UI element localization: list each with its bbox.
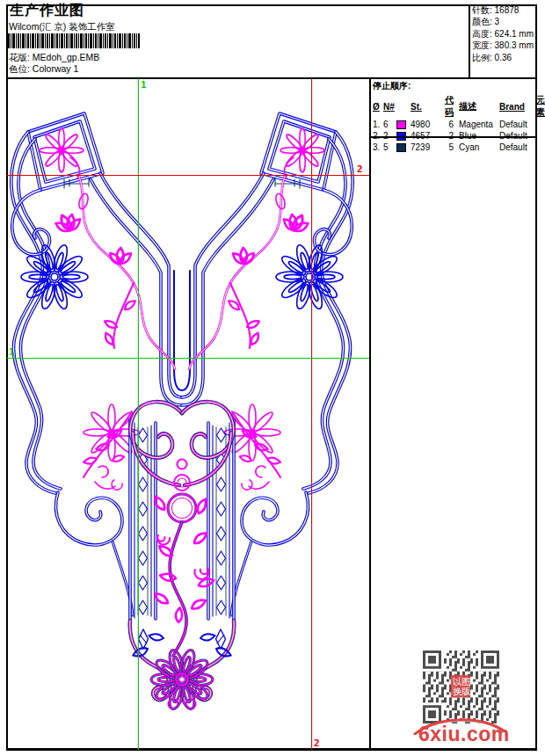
col-number: N# [383, 102, 396, 112]
scale-value: 0.36 [495, 53, 512, 62]
height-value: 624.1 mm [495, 29, 534, 39]
height-label: 高度: [472, 29, 492, 39]
col-needle-symbol: Ø [373, 102, 383, 112]
guide-label-2-bottom: 2 [314, 738, 320, 749]
barcode [8, 33, 140, 48]
table-bottom-line [369, 136, 537, 138]
col-description: 描述 [459, 100, 499, 113]
col-stitches: St. [411, 102, 441, 112]
site-logo: 6xiu.com [418, 723, 510, 746]
page-title: 生产作业图 [10, 2, 84, 20]
studio-name: Wilcom(汇 京) 装饰工作室 [9, 21, 115, 33]
green-guide-vertical [138, 78, 139, 750]
width-value: 380.3 mm [495, 40, 534, 50]
seal-text-bottom: 换版 [453, 687, 470, 696]
colors-value: 3 [495, 17, 500, 26]
colorway-value: Colorway 1 [33, 63, 79, 74]
red-guide-vertical [311, 78, 312, 750]
stop-sequence-table: 停止顺序: Ø N# St. 代码 描述 Brand 元素 1. 6 4980 … [373, 80, 538, 153]
green-guide-horizontal [7, 358, 369, 359]
seal-text-top: 以图 [453, 677, 470, 687]
guide-label-1-left: 1 [9, 346, 15, 358]
color-swatch [396, 143, 406, 152]
color-swatch [396, 120, 406, 129]
design-stats: 针数: 16878 颜色: 3 高度: 624.1 mm 宽度: 380.3 m… [472, 4, 537, 63]
table-row: 3. 5 7239 5 Cyan Default [373, 142, 538, 153]
col-brand: Brand [499, 102, 536, 112]
pattern-value: MEdoh_gp.EMB [33, 52, 99, 62]
scale-label: 比例: [472, 53, 492, 62]
width-label: 宽度: [472, 40, 492, 50]
stitches-value: 16878 [495, 5, 520, 15]
col-code: 代码 [441, 94, 459, 119]
guide-label-2-right: 2 [357, 164, 363, 175]
qr-center-seal: 以图 换版 [451, 675, 470, 697]
colors-label: 颜色: [472, 17, 492, 26]
pattern-label: 花版: [9, 52, 30, 62]
stats-divider [469, 4, 470, 78]
col-element: 元素 [536, 94, 545, 119]
guide-label-1-top: 1 [141, 79, 147, 91]
embroidery-design [6, 78, 370, 752]
stop-sequence-header: Ø N# St. 代码 描述 Brand 元素 [373, 94, 538, 119]
production-worksheet: 生产作业图 Wilcom(汇 京) 装饰工作室 花版: MEdoh_gp.EMB… [0, 0, 545, 756]
pattern-row: 花版: MEdoh_gp.EMB [9, 52, 99, 64]
colorway-row: 色位: Colorway 1 [9, 63, 78, 76]
red-guide-horizontal [7, 175, 369, 176]
table-row: 1. 6 4980 6 Magenta Default [373, 119, 538, 130]
stop-sequence-title: 停止顺序: [373, 80, 538, 92]
colorway-label: 色位: [9, 63, 30, 74]
stitches-label: 针数: [472, 5, 492, 15]
